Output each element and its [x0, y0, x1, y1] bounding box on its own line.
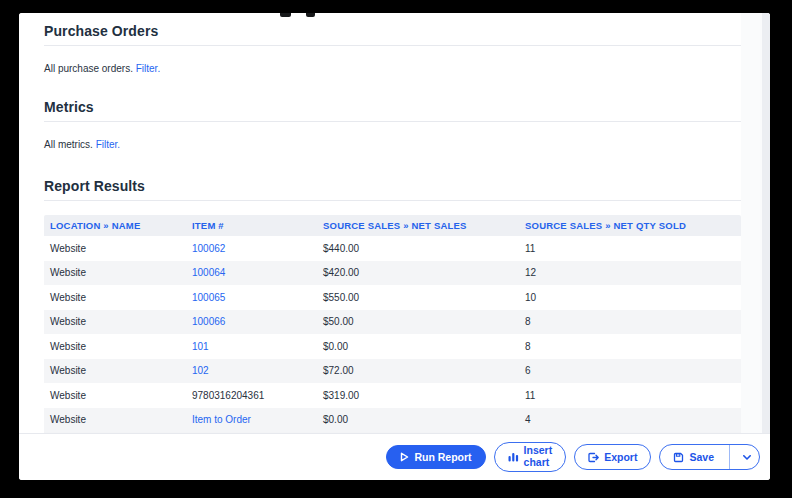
save-options-dropdown[interactable] — [735, 445, 759, 469]
section-divider — [44, 200, 741, 201]
report-builder-window: Purchase Orders All purchase orders. Fil… — [19, 13, 770, 480]
clipped-heading-fragment — [306, 13, 315, 17]
location-cell: Website — [44, 365, 186, 376]
net-sales-cell: $440.00 — [317, 243, 519, 254]
export-label: Export — [604, 452, 637, 463]
net-sales-cell: $0.00 — [317, 414, 519, 425]
vertical-scrollbar[interactable] — [762, 13, 770, 433]
save-icon — [673, 452, 684, 463]
purchase-orders-filter-link[interactable]: Filter. — [136, 63, 160, 74]
table-header-row: LOCATION » NAME ITEM # SOURCE SALES » NE… — [44, 215, 741, 236]
item-number-link[interactable]: 100065 — [192, 292, 225, 303]
table-row: Website 101 $0.00 8 — [44, 334, 741, 359]
net-sales-cell: $50.00 — [317, 316, 519, 327]
qty-sold-cell: 12 — [519, 267, 741, 278]
location-cell: Website — [44, 292, 186, 303]
save-split-button[interactable]: Save — [659, 444, 760, 470]
metrics-description: All metrics. Filter. — [44, 139, 741, 150]
item-number-link[interactable]: 102 — [192, 365, 209, 376]
right-gutter — [741, 13, 762, 433]
qty-sold-cell: 10 — [519, 292, 741, 303]
item-number-link[interactable]: 100066 — [192, 316, 225, 327]
net-sales-cell: $72.00 — [317, 365, 519, 376]
qty-sold-cell: 11 — [519, 390, 741, 401]
metrics-text: All metrics. — [44, 139, 93, 150]
location-cell: Website — [44, 390, 186, 401]
location-cell: Website — [44, 316, 186, 327]
table-row: Website 102 $72.00 6 — [44, 359, 741, 384]
qty-sold-cell: 11 — [519, 243, 741, 254]
item-number-link[interactable]: 101 — [192, 341, 209, 352]
item-number-link[interactable]: 100062 — [192, 243, 225, 254]
column-header-net-qty-sold[interactable]: SOURCE SALES » NET QTY SOLD — [519, 220, 741, 231]
item-number-link[interactable]: Item to Order — [192, 414, 251, 425]
column-header-item-number[interactable]: ITEM # — [186, 220, 317, 231]
net-sales-cell: $0.00 — [317, 341, 519, 352]
column-header-location-name[interactable]: LOCATION » NAME — [44, 220, 186, 231]
section-divider — [44, 121, 741, 122]
metrics-heading: Metrics — [44, 99, 741, 115]
clipped-heading-fragment — [280, 13, 291, 17]
table-row: Website 9780316204361 $319.00 11 — [44, 383, 741, 408]
location-cell: Website — [44, 267, 186, 278]
action-bar: Run Report Insert chart Export Save — [19, 433, 770, 480]
save-label: Save — [689, 452, 714, 463]
table-row: Website 100066 $50.00 8 — [44, 310, 741, 335]
run-report-label: Run Report — [414, 452, 471, 463]
split-button-divider — [729, 445, 730, 469]
qty-sold-cell: 4 — [519, 414, 741, 425]
qty-sold-cell: 8 — [519, 341, 741, 352]
table-row: Website Item to Order $0.00 4 — [44, 408, 741, 433]
purchase-orders-heading: Purchase Orders — [44, 23, 741, 39]
section-divider — [44, 45, 741, 46]
location-cell: Website — [44, 341, 186, 352]
chevron-down-icon — [743, 455, 751, 460]
insert-chart-button[interactable]: Insert chart — [494, 442, 567, 472]
report-results-table: LOCATION » NAME ITEM # SOURCE SALES » NE… — [44, 215, 741, 433]
net-sales-cell: $550.00 — [317, 292, 519, 303]
column-header-net-sales[interactable]: SOURCE SALES » NET SALES — [317, 220, 519, 231]
table-row: Website 100062 $440.00 11 — [44, 236, 741, 261]
item-number-link[interactable]: 100064 — [192, 267, 225, 278]
table-row: Website 100064 $420.00 12 — [44, 261, 741, 286]
run-report-button[interactable]: Run Report — [386, 445, 485, 469]
desktop-background: { "sections": { "purchase_orders": { "ti… — [0, 0, 792, 498]
report-content: Purchase Orders All purchase orders. Fil… — [44, 13, 741, 433]
location-cell: Website — [44, 414, 186, 425]
item-number-text: 9780316204361 — [192, 390, 264, 401]
net-sales-cell: $319.00 — [317, 390, 519, 401]
bar-chart-icon — [508, 452, 519, 462]
play-icon — [400, 452, 409, 462]
insert-chart-label-line1: Insert — [524, 444, 553, 456]
report-scroll-area[interactable]: Purchase Orders All purchase orders. Fil… — [19, 13, 770, 433]
qty-sold-cell: 6 — [519, 365, 741, 376]
export-button[interactable]: Export — [574, 444, 651, 470]
table-row: Website 100065 $550.00 10 — [44, 285, 741, 310]
net-sales-cell: $420.00 — [317, 267, 519, 278]
insert-chart-label-line2: chart — [524, 456, 550, 468]
qty-sold-cell: 8 — [519, 316, 741, 327]
location-cell: Website — [44, 243, 186, 254]
purchase-orders-description: All purchase orders. Filter. — [44, 63, 741, 74]
metrics-filter-link[interactable]: Filter. — [96, 139, 120, 150]
purchase-orders-text: All purchase orders. — [44, 63, 133, 74]
export-icon — [588, 452, 599, 463]
report-results-heading: Report Results — [44, 178, 741, 194]
